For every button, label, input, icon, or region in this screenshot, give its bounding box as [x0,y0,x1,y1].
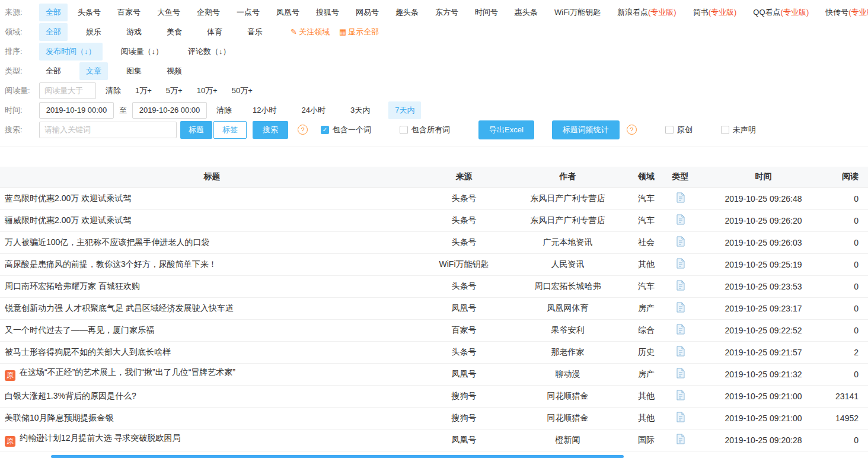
type-filter-item[interactable]: 视频 [160,62,189,80]
time-end-input[interactable] [132,102,207,119]
help-icon[interactable]: ? [298,125,308,135]
table-row[interactable]: 蓝鸟限时优惠2.00万 欢迎试乘试驾 头条号 东风日产广利专营店 汽车 2019… [0,187,868,209]
time-filter-row: 时间: 至 清除 12小时 24小时 3天内 7天内 [5,100,868,120]
reads-clear-link[interactable]: 清除 [106,85,121,96]
table-row[interactable]: 万人被骗近100亿，主犯称不应该把黑手伸进老人的口袋 头条号 广元本地资讯 社会… [0,231,868,253]
reads-preset-link[interactable]: 1万+ [135,85,152,96]
source-filter-item[interactable]: 简书(专业版) [687,4,743,21]
type-filter-item[interactable]: 文章 [79,62,108,80]
title-mode-button[interactable]: 标题 [180,121,212,139]
reads-cell: 2 [827,341,868,363]
domain-filter-item-label: 娱乐 [86,27,101,36]
type-filter-item[interactable]: 图集 [120,62,148,80]
source-filter-item[interactable]: 惠头条 [508,4,544,21]
domain-filter-item[interactable]: 美食 [160,23,189,41]
source-filter-item[interactable]: 百家号 [111,4,147,21]
article-title-link[interactable]: 周口南环宏拓哈弗耀万家 百城狂欢购 [5,281,140,291]
time-start-input[interactable] [39,102,114,119]
time-preset-link[interactable]: 7天内 [388,101,421,119]
search-label: 搜索: [5,125,39,135]
contain-one-option[interactable]: 包含一个词 [321,125,371,135]
source-filter-item[interactable]: 一点号 [230,4,266,21]
sort-option[interactable]: 阅读量（↓） [114,43,170,61]
domain-filter-item[interactable]: 娱乐 [79,23,108,41]
source-filter-item[interactable]: 趣头条 [389,4,425,21]
table-row[interactable]: 原在这场“不正经”的艺术展上，我们“揪”出了几位“冒牌艺术家” 凤凰号 聊动漫 … [0,363,868,385]
source-filter-item[interactable]: 企鹅号 [190,4,226,21]
type-filter-item[interactable]: 全部 [39,62,68,80]
follow-domain-link[interactable]: ✎关注领域 [291,27,330,37]
undeclared-option[interactable]: 未声明 [721,125,756,135]
article-title-link[interactable]: 被马士形容得狗屁不如的关部大人到底长啥样 [5,347,171,357]
reads-preset-link[interactable]: 50万+ [232,85,253,96]
article-title-link[interactable]: 锐意创新动力强 人才积聚底气足 武昌区域经济发展驶入快车道 [5,303,234,313]
sort-option[interactable]: 评论数（↓） [181,43,237,61]
article-title-link[interactable]: 万人被骗近100亿，主犯称不应该把黑手伸进老人的口袋 [5,237,209,247]
time-cell: 2019-10-25 09:26:03 [700,231,827,253]
time-preset-link[interactable]: 24小时 [295,101,331,119]
export-excel-button[interactable]: 导出Excel [478,120,534,139]
source-filter-item[interactable]: QQ看点(专业版) [746,4,815,21]
source-filter-item[interactable]: 凤凰号 [270,4,306,21]
article-title-link[interactable]: 在这场“不正经”的艺术展上，我们“揪”出了几位“冒牌艺术家” [20,367,235,377]
undeclared-label: 未声明 [733,125,756,135]
source-filter-item[interactable]: WiFi万能钥匙 [548,4,607,21]
reads-preset-link[interactable]: 5万+ [166,85,183,96]
keyword-input[interactable] [39,122,177,138]
table-row[interactable]: 高尿酸是患痛风的前提，教你这3个好方，尿酸简单下来！ WiFi万能钥匙 人民资讯… [0,253,868,275]
table-row[interactable]: 原约翰逊计划12月提前大选 寻求突破脱欧困局 凤凰号 橙新闻 国际 2019-1… [0,429,868,451]
table-row[interactable]: 被马士形容得狗屁不如的关部大人到底长啥样 头条号 那老作家 历史 2019-10… [0,341,868,363]
source-filter-item[interactable]: 东方号 [429,4,465,21]
domain-cell: 其他 [631,385,661,407]
source-filter-item[interactable]: 快传号(专业版) [819,4,868,21]
time-clear-link[interactable]: 清除 [216,105,232,116]
original-option[interactable]: 原创 [665,125,693,135]
original-checkbox[interactable] [665,126,674,134]
article-title-link[interactable]: 白银大涨超1.3%背后的原因是什么? [5,391,136,400]
table-row[interactable]: 美联储10月降息预期提振金银 搜狗号 同花顺猎金 其他 2019-10-25 0… [0,407,868,429]
source-filter-item[interactable]: 时间号 [468,4,505,21]
title-cell: 骊威限时优惠2.00万 欢迎试乘试驾 [0,209,424,231]
domain-filter-item[interactable]: 体育 [200,23,229,41]
table-row[interactable]: 又一个时代过去了——再见，厦门家乐福 百家号 果爷安利 综合 2019-10-2… [0,319,868,341]
contain-all-option[interactable]: 包含所有词 [400,125,450,135]
help-icon-2[interactable]: ? [627,125,637,135]
article-type-icon [676,368,685,380]
source-filter-item[interactable]: 网易号 [349,4,385,21]
source-filter-item[interactable]: 搜狐号 [309,4,346,21]
undeclared-checkbox[interactable] [721,126,729,134]
domain-filter-item[interactable]: 音乐 [241,23,269,41]
contain-one-checkbox[interactable] [321,126,329,134]
source-filter-item[interactable]: 全部 [39,4,68,21]
source-filter-item[interactable]: 新浪看点(专业版) [611,4,683,21]
article-title-link[interactable]: 又一个时代过去了——再见，厦门家乐福 [5,325,154,335]
reads-cell: 0 [827,209,868,231]
article-title-link[interactable]: 美联储10月降息预期提振金银 [5,413,114,422]
time-preset-link[interactable]: 12小时 [246,101,283,119]
table-row[interactable]: 白银大涨超1.3%背后的原因是什么? 搜狗号 同花顺猎金 其他 2019-10-… [0,385,868,407]
source-filter-item[interactable]: 大鱼号 [151,4,187,21]
search-button[interactable]: 搜索 [253,121,288,139]
type-filter-label: 类型: [5,66,39,77]
show-all-link[interactable]: ▦显示全部 [339,27,379,37]
sort-option[interactable]: 发布时间（↓） [39,43,103,61]
horizontal-scrollbar[interactable] [51,455,624,458]
domain-filter-item-label: 音乐 [247,27,263,36]
article-title-link[interactable]: 蓝鸟限时优惠2.00万 欢迎试乘试驾 [5,193,131,203]
reads-threshold-input[interactable] [39,82,96,99]
reads-preset-link[interactable]: 10万+ [197,85,218,96]
table-row[interactable]: 骊威限时优惠2.00万 欢迎试乘试驾 头条号 东风日产广利专营店 汽车 2019… [0,209,868,231]
article-title-link[interactable]: 高尿酸是患痛风的前提，教你这3个好方，尿酸简单下来！ [5,259,217,269]
article-title-link[interactable]: 骊威限时优惠2.00万 欢迎试乘试驾 [5,215,131,225]
time-preset-link[interactable]: 3天内 [344,101,376,119]
time-cell: 2019-10-25 09:20:28 [700,429,827,451]
article-title-link[interactable]: 约翰逊计划12月提前大选 寻求突破脱欧困局 [20,433,180,443]
word-frequency-button[interactable]: 标题词频统计 [552,120,620,139]
domain-filter-item[interactable]: 全部 [39,23,68,41]
domain-filter-item[interactable]: 游戏 [120,23,148,41]
table-row[interactable]: 周口南环宏拓哈弗耀万家 百城狂欢购 头条号 周口宏拓长城哈弗 汽车 2019-1… [0,275,868,297]
contain-all-checkbox[interactable] [400,126,408,134]
tag-mode-button[interactable]: 标签 [213,121,247,139]
source-filter-item[interactable]: 头条号 [71,4,107,21]
table-row[interactable]: 锐意创新动力强 人才积聚底气足 武昌区域经济发展驶入快车道 凤凰号 凤凰网体育 … [0,297,868,319]
